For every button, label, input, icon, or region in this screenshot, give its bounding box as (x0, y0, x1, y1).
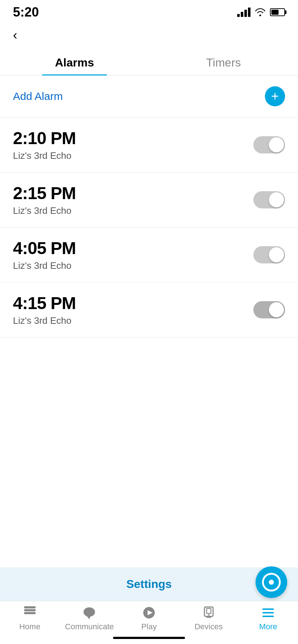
alarm-time: 2:10 PM (13, 128, 76, 148)
alarm-item[interactable]: 4:05 PM Liz's 3rd Echo (0, 227, 298, 282)
svg-point-9 (208, 614, 209, 616)
alarm-toggle[interactable] (253, 246, 285, 263)
back-chevron-icon: ‹ (13, 28, 17, 42)
svg-point-3 (83, 607, 95, 617)
svg-rect-1 (24, 609, 36, 611)
more-icon (259, 606, 277, 620)
add-alarm-row: Add Alarm + (0, 75, 298, 118)
svg-rect-12 (262, 612, 274, 613)
alarm-item[interactable]: 2:15 PM Liz's 3rd Echo (0, 172, 298, 227)
nav-label-home: Home (19, 622, 40, 631)
toggle-knob (269, 302, 284, 317)
alarm-item[interactable]: 4:15 PM Liz's 3rd Echo (0, 282, 298, 337)
settings-footer[interactable]: Settings (0, 567, 298, 601)
nav-label-communicate: Communicate (65, 622, 114, 631)
tab-timers[interactable]: Timers (149, 49, 298, 75)
nav-item-devices[interactable]: Devices (179, 606, 239, 631)
home-indicator (113, 637, 185, 639)
alexa-fab-button[interactable] (256, 566, 287, 598)
back-button[interactable]: ‹ (0, 22, 298, 45)
svg-rect-2 (24, 612, 36, 614)
svg-rect-10 (206, 616, 211, 618)
alarm-toggle[interactable] (253, 136, 285, 153)
add-alarm-button[interactable]: + (265, 86, 285, 106)
nav-item-more[interactable]: More (238, 606, 298, 631)
home-icon (21, 606, 39, 620)
add-alarm-link[interactable]: Add Alarm (13, 90, 63, 102)
alarm-list: 2:10 PM Liz's 3rd Echo 2:15 PM Liz's 3rd… (0, 118, 298, 337)
alarm-time: 2:15 PM (13, 183, 76, 203)
alarm-device: Liz's 3rd Echo (13, 150, 76, 161)
nav-item-communicate[interactable]: Communicate (60, 606, 119, 631)
toggle-knob (269, 247, 284, 262)
svg-rect-11 (262, 608, 274, 610)
alarm-time: 4:15 PM (13, 293, 76, 313)
alarm-toggle[interactable] (253, 301, 285, 318)
nav-label-more: More (259, 622, 277, 631)
tabs-container: Alarms Timers (0, 49, 298, 75)
play-icon (140, 606, 158, 620)
svg-marker-4 (86, 616, 91, 619)
devices-icon (200, 606, 217, 620)
status-icons (237, 8, 285, 17)
nav-item-home[interactable]: Home (0, 606, 60, 631)
svg-rect-8 (207, 608, 211, 613)
battery-icon (270, 8, 285, 16)
tab-alarms[interactable]: Alarms (0, 49, 149, 75)
toggle-knob (269, 192, 284, 207)
communicate-icon (81, 606, 98, 620)
alarm-toggle[interactable] (253, 191, 285, 208)
alexa-icon (262, 573, 281, 592)
toggle-knob (269, 137, 284, 152)
alarm-device: Liz's 3rd Echo (13, 205, 76, 216)
svg-rect-13 (262, 616, 274, 617)
alarm-device: Liz's 3rd Echo (13, 315, 76, 326)
nav-item-play[interactable]: Play (119, 606, 179, 631)
alarm-item[interactable]: 2:10 PM Liz's 3rd Echo (0, 118, 298, 172)
alarm-device: Liz's 3rd Echo (13, 260, 76, 271)
plus-icon: + (271, 90, 279, 103)
settings-label: Settings (126, 578, 172, 590)
status-time: 5:20 (13, 5, 39, 20)
wifi-icon (255, 8, 266, 16)
alarm-time: 4:05 PM (13, 238, 76, 258)
nav-label-devices: Devices (194, 622, 222, 631)
nav-label-play: Play (141, 622, 157, 631)
signal-icon (237, 8, 250, 17)
svg-rect-0 (24, 606, 36, 608)
status-bar: 5:20 (0, 0, 298, 22)
